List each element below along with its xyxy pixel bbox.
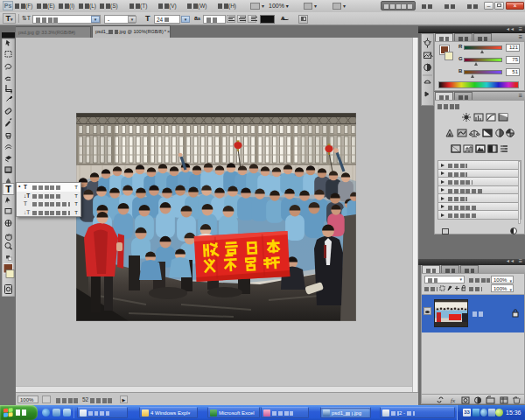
svg-text:fx: fx xyxy=(451,397,456,404)
svg-text:T: T xyxy=(5,184,11,194)
